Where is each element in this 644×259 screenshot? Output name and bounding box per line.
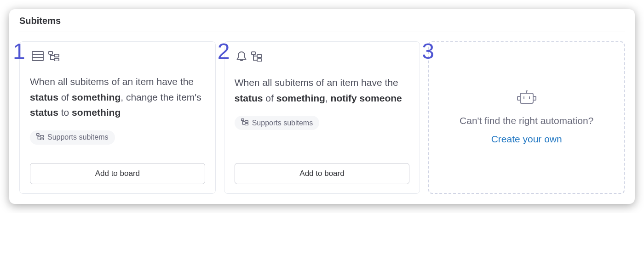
svg-rect-0 [32, 51, 43, 61]
supports-subitems-pill: Supports subitems [235, 116, 320, 130]
automation-card-1[interactable]: When all subitems of an item have the st… [19, 41, 216, 194]
step-number-1: 1 [13, 40, 25, 62]
svg-rect-3 [49, 51, 52, 54]
svg-rect-9 [252, 52, 255, 55]
svg-rect-7 [40, 135, 44, 137]
svg-rect-5 [54, 58, 59, 61]
svg-rect-4 [54, 54, 59, 57]
svg-rect-11 [257, 59, 262, 62]
automation-cards-row: 1 [19, 41, 625, 194]
card-wrapper-1: 1 [19, 41, 216, 194]
step-number-3: 3 [422, 40, 434, 62]
section-title: Subitems [19, 16, 625, 32]
card-icons-2 [236, 51, 410, 62]
svg-rect-19 [533, 96, 536, 100]
create-heading: Can't find the right automation? [460, 115, 593, 126]
svg-rect-6 [37, 134, 39, 135]
automation-card-2[interactable]: When all subitems of an item have the st… [224, 41, 420, 194]
subitems-tree-icon [241, 118, 248, 127]
automation-description-1: When all subitems of an item have the st… [30, 74, 205, 120]
subitems-tree-icon [48, 51, 59, 61]
list-icon [32, 51, 44, 61]
svg-rect-14 [245, 124, 248, 125]
add-to-board-button[interactable]: Add to board [30, 163, 205, 184]
subitems-tree-icon [251, 51, 262, 62]
step-number-2: 2 [218, 40, 230, 62]
subitems-tree-icon [36, 133, 44, 142]
create-your-own-link[interactable]: Create your own [491, 134, 562, 145]
svg-rect-10 [257, 55, 262, 57]
create-automation-card[interactable]: Can't find the right automation? Create … [428, 41, 625, 194]
automations-section: Subitems 1 [9, 9, 635, 204]
svg-rect-13 [245, 121, 248, 123]
pill-label: Supports subitems [47, 133, 109, 141]
svg-rect-18 [518, 96, 520, 100]
automation-description-2: When all subitems of an item have the st… [235, 75, 410, 106]
card-wrapper-2: 2 [224, 41, 420, 194]
supports-subitems-pill: Supports subitems [30, 130, 115, 145]
svg-rect-15 [520, 93, 533, 103]
svg-rect-12 [241, 119, 243, 121]
svg-rect-8 [40, 138, 44, 140]
pill-label: Supports subitems [252, 119, 313, 127]
add-to-board-button[interactable]: Add to board [235, 163, 410, 184]
svg-point-17 [526, 90, 527, 91]
robot-icon [517, 90, 537, 108]
bell-icon [236, 51, 247, 62]
card-wrapper-create: 3 Can't find the right automation? Creat… [428, 41, 625, 194]
card-icons-1 [32, 51, 205, 61]
